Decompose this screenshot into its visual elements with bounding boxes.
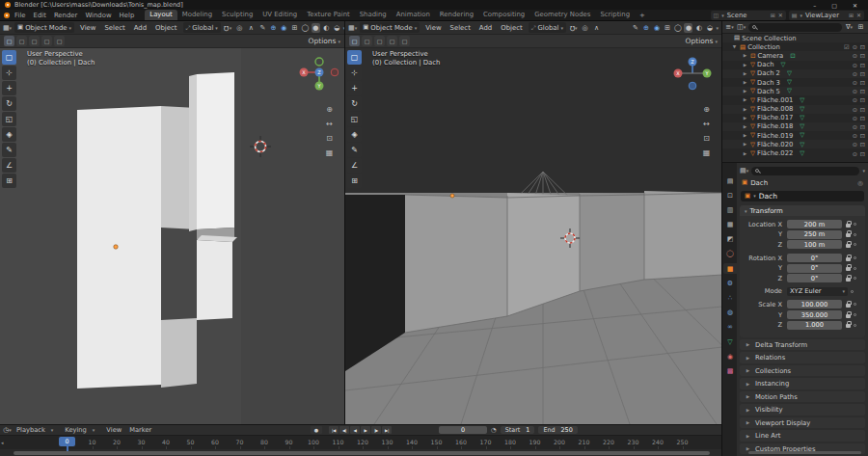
ortho-icon[interactable]: ▦	[701, 148, 712, 158]
animate-dot-icon[interactable]	[854, 233, 856, 236]
rotate-tool[interactable]: ↻	[2, 96, 16, 111]
disable-render-icon[interactable]: ⊡	[860, 52, 865, 59]
camera-icon[interactable]: ⊡	[701, 133, 712, 144]
animate-dot-icon[interactable]	[854, 243, 856, 246]
field-scale-x[interactable]: 100.000	[787, 300, 842, 308]
lock-icon[interactable]	[846, 314, 851, 318]
field-z[interactable]: 1.000	[787, 321, 842, 330]
end-frame-field[interactable]: End250	[538, 426, 577, 434]
panel-collections[interactable]: ▶Collections	[740, 365, 865, 377]
hide-viewport-icon[interactable]: ⊙	[853, 70, 857, 77]
options-dropdown[interactable]: Options▾	[686, 37, 718, 45]
timeline-menu-playback[interactable]: Playback▾	[13, 426, 61, 434]
ortho-icon[interactable]: ▦	[324, 148, 335, 158]
new-scene-icon[interactable]: ⊞	[771, 12, 775, 18]
blender-menu-icon[interactable]	[4, 13, 10, 18]
properties-tab-render[interactable]: ⊡	[723, 190, 737, 201]
panel-line-art[interactable]: ▶Line Art	[740, 430, 865, 442]
outliner-row-fl-che-018[interactable]: ▶▽Fläche.018▽⊙⊡	[722, 122, 868, 131]
properties-tab-view-layer[interactable]: ▦	[723, 220, 737, 230]
properties-tab-material[interactable]: ◉	[723, 351, 737, 362]
animate-dot-icon[interactable]	[851, 290, 854, 293]
xray-toggle-icon[interactable]: ⊞	[663, 23, 671, 33]
select-lasso-mode-icon[interactable]: ▢	[387, 36, 397, 46]
outliner-filter-icon[interactable]: ∇▾	[845, 22, 854, 32]
panel-instancing[interactable]: ▶Instancing	[740, 378, 865, 389]
outliner-row-dach[interactable]: ▶▽Dach▽⊙⊡	[722, 61, 868, 69]
hide-viewport-icon[interactable]: ⊙	[853, 52, 857, 59]
falloff-dropdown-icon[interactable]: ∧	[592, 23, 601, 33]
properties-tab-output[interactable]: ▥	[723, 204, 737, 215]
view-layer-selector[interactable]: ▤▾ ViewLayer ⊞ ✕	[789, 11, 864, 20]
select-circle-mode-icon[interactable]: ▢	[374, 36, 385, 46]
play-button[interactable]: ▶	[361, 426, 370, 434]
properties-tab-object-data[interactable]: ▽	[723, 336, 737, 347]
disable-render-icon[interactable]: ⊡	[860, 62, 865, 68]
lock-icon[interactable]	[846, 257, 851, 261]
current-frame-field[interactable]: 0	[439, 426, 487, 434]
maximize-button[interactable]: ▢	[831, 2, 837, 9]
select-circle-mode-icon[interactable]: ▢	[29, 36, 40, 46]
unlink-scene-icon[interactable]: ✕	[778, 12, 783, 18]
panel-viewport-display[interactable]: ▶Viewport Display	[740, 417, 865, 429]
timeline-editor-type-icon[interactable]: ◷▾	[3, 425, 12, 435]
zoom-icon[interactable]: ⊕	[701, 104, 712, 115]
annotate-tool[interactable]: ✎	[347, 143, 362, 157]
select-cursor-mode-icon[interactable]: ▢	[54, 36, 65, 46]
cursor-tool[interactable]: ⊹	[2, 66, 16, 80]
outliner-row-dach-5[interactable]: ▶▽Dach 5▽⊙⊡	[722, 87, 868, 95]
properties-tab-world[interactable]: ◯	[723, 249, 737, 259]
shading-wireframe-icon[interactable]: ◯	[301, 23, 310, 33]
jump-start-button[interactable]: |◀	[329, 426, 339, 434]
orientation-dropdown[interactable]: ⤢Global▾	[529, 22, 566, 33]
scale-tool[interactable]: ◱	[347, 112, 362, 126]
panel-visibility[interactable]: ▶Visibility	[740, 404, 865, 416]
properties-scrollbar[interactable]	[748, 451, 861, 455]
animate-dot-icon[interactable]	[854, 223, 856, 226]
workspace-tab-scripting[interactable]: Scripting	[595, 10, 635, 20]
shading-material-icon[interactable]: ◐	[322, 23, 331, 33]
properties-search-input[interactable]	[751, 167, 859, 175]
animate-dot-icon[interactable]	[854, 267, 856, 270]
mode-dropdown[interactable]: ▣Object Mode▾	[360, 22, 420, 33]
disable-render-icon[interactable]: ⊡	[860, 123, 865, 130]
hide-viewport-icon[interactable]: ⊙	[853, 106, 857, 113]
shading-dropdown-icon[interactable]: ▾	[343, 25, 344, 31]
hide-viewport-icon[interactable]: ⊙	[853, 43, 857, 50]
hide-viewport-icon[interactable]: ⊙	[853, 62, 857, 68]
workspace-tab-uv-editing[interactable]: UV Editing	[258, 10, 302, 20]
workspace-tab-layout[interactable]: Layout	[145, 10, 176, 20]
snap-icon[interactable]: Ω▾	[569, 23, 578, 33]
viewport-canvas[interactable]: ▢⊹+↻◱◈✎∠⊞ User Perspective (0) Collectio…	[345, 48, 721, 424]
disable-render-icon[interactable]: ⊡	[860, 106, 865, 113]
close-button[interactable]: ✕	[853, 2, 857, 9]
viewport-menu-select[interactable]: Select	[101, 24, 127, 32]
xray-toggle-icon[interactable]: ⊞	[290, 23, 299, 33]
pan-icon[interactable]: ↔	[324, 119, 335, 129]
jump-end-button[interactable]: ▶|	[382, 426, 392, 434]
outliner-row-fl-che-017[interactable]: ▶▽Fläche.017▽⊙⊡	[722, 114, 868, 122]
menu-help[interactable]: Help	[116, 12, 139, 19]
menu-window[interactable]: Window	[81, 12, 115, 19]
hide-viewport-icon[interactable]: ⊙	[853, 123, 857, 130]
properties-tab-object[interactable]: ■	[723, 263, 737, 274]
viewport-menu-add[interactable]: Add	[131, 24, 149, 32]
select-box-mode-icon[interactable]: ▢	[362, 36, 372, 46]
overlays-toggle-icon[interactable]: ◉	[652, 23, 661, 33]
panel-delta-transform[interactable]: ▶Delta Transform	[740, 339, 865, 351]
remove-view-layer-icon[interactable]: ✕	[856, 12, 861, 18]
outliner-row-fl-che-008[interactable]: ▶▽Fläche.008▽⊙⊡	[722, 105, 868, 114]
disclosure-icon[interactable]: ▶	[742, 71, 748, 76]
timeline-menu-keying[interactable]: Keying▾	[61, 426, 102, 434]
animate-dot-icon[interactable]	[854, 303, 856, 306]
animate-dot-icon[interactable]	[854, 277, 856, 280]
disable-render-icon[interactable]: ⊡	[860, 79, 865, 86]
outliner-row-dach-3[interactable]: ▶▽Dach 3▽⊙⊡	[722, 78, 868, 87]
disclosure-icon[interactable]: ▼	[731, 44, 738, 49]
camera-icon[interactable]: ⊡	[324, 133, 335, 144]
gizmos-toggle-icon[interactable]: ⊕	[269, 23, 278, 33]
annotate-dropdown-icon[interactable]: ✎	[631, 23, 639, 33]
navigation-gizmo[interactable]: Z X Y	[669, 56, 716, 96]
field-z[interactable]: 100 m	[787, 240, 842, 249]
mode-dropdown[interactable]: ▣Object Mode▾	[14, 22, 74, 33]
